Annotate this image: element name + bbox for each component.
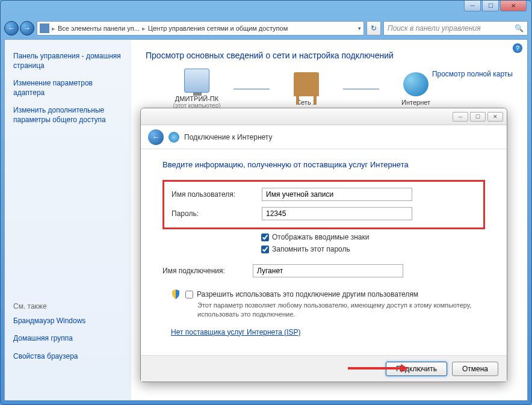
network-name: Сеть 2 [273,99,339,106]
close-button[interactable]: ✕ [500,1,527,11]
globe-icon [169,132,179,143]
no-isp-link[interactable]: Нет поставщика услуг Интернета (ISP) [171,328,485,336]
show-chars-checkbox[interactable] [261,233,269,241]
connect-dialog: ─ ☐ ✕ ← Подключение к Интернету Введите … [140,108,507,382]
minimize-button[interactable]: ─ [464,1,481,11]
dialog-minimize-button[interactable]: ─ [453,112,468,122]
password-input[interactable] [262,207,412,220]
forward-button[interactable]: → [20,21,34,36]
dialog-close-button[interactable]: ✕ [487,112,503,122]
search-placeholder: Поиск в панели управления [388,24,481,32]
annotation-arrow [348,367,402,369]
allow-others-hint: Этот параметр позволяет любому пользоват… [197,301,485,320]
sidebar-link-browser[interactable]: Свойства браузера [13,352,123,362]
control-panel-home-link[interactable]: Панель управления - домашняя страница [13,52,123,70]
shield-icon [171,289,181,299]
back-button[interactable]: ← [4,21,19,36]
network-icon [294,72,319,96]
internet-icon [403,72,428,96]
allow-others-label: Разрешить использовать это подключение д… [197,289,418,300]
sidebar-link-adapter[interactable]: Изменение параметров адаптера [13,79,123,97]
connection-name-label: Имя подключения: [162,267,253,275]
pc-name: ДМИТРИЙ-ПК [164,95,230,102]
sidebar: Панель управления - домашняя страница Из… [5,40,131,400]
show-chars-label: Отображать вводимые знаки [272,233,369,241]
dialog-back-button[interactable]: ← [148,129,164,145]
sidebar-link-firewall[interactable]: Брандмауэр Windows [13,317,123,326]
sidebar-link-sharing[interactable]: Изменить дополнительные параметры общего… [13,106,123,125]
connection-name-input[interactable] [253,264,403,277]
maximize-button[interactable]: ☐ [482,1,499,11]
dialog-heading: Введите информацию, полученную от постав… [162,160,485,169]
dialog-title: Подключение к Интернету [184,133,273,141]
username-label: Имя пользователя: [172,190,262,199]
control-panel-icon [40,23,49,33]
page-title: Просмотр основных сведений о сети и наст… [146,51,513,60]
search-icon: 🔍 [515,24,524,32]
breadcrumb-current[interactable]: Центр управления сетями и общим доступом [148,25,288,32]
sidebar-link-homegroup[interactable]: Домашняя группа [13,334,123,344]
pc-icon [184,69,209,93]
password-label: Пароль: [172,209,262,218]
cancel-button[interactable]: Отмена [452,362,498,376]
search-input[interactable]: Поиск в панели управления 🔍 [383,21,528,36]
refresh-button[interactable]: ↻ [367,21,381,36]
dialog-maximize-button[interactable]: ☐ [470,112,486,122]
remember-checkbox[interactable] [261,246,269,253]
highlighted-fields: Имя пользователя: Пароль: [162,180,485,229]
view-full-map-link[interactable]: Просмотр полной карты [432,70,513,78]
internet-label: Интернет [383,99,449,106]
allow-others-checkbox[interactable] [185,291,193,298]
username-input[interactable] [262,188,412,201]
remember-label: Запомнить этот пароль [272,245,350,253]
address-dropdown-icon[interactable]: ▾ [358,25,361,31]
address-bar[interactable]: ▸ Все элементы панели уп... ▸ Центр упра… [37,21,364,36]
see-also-label: См. также [13,302,123,311]
breadcrumb-root[interactable]: Все элементы панели уп... [58,25,140,32]
